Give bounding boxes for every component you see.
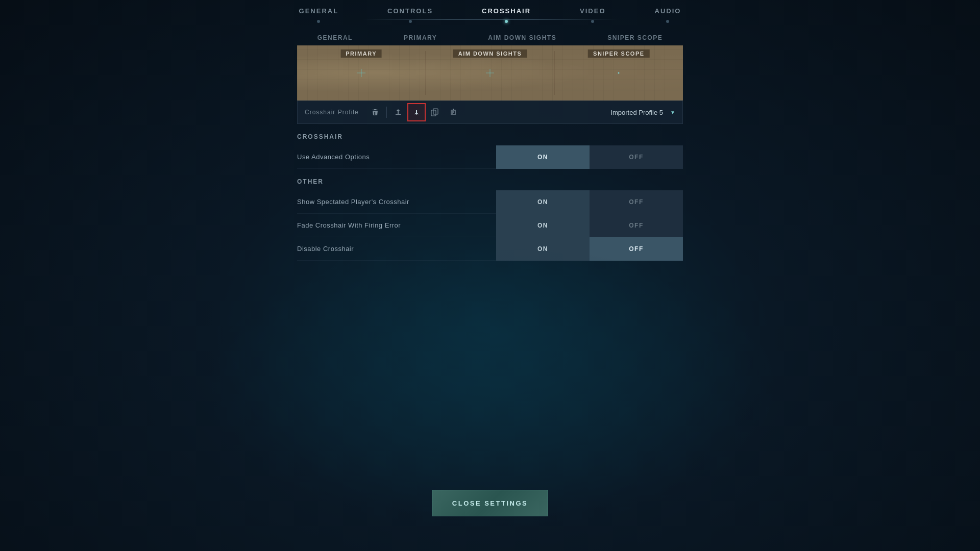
preview-aim-down: AIM DOWN SIGHTS bbox=[426, 45, 554, 101]
subnav-primary[interactable]: PRIMARY bbox=[378, 30, 462, 45]
profile-label: Crosshair Profile bbox=[305, 109, 366, 116]
toggle-spectated: On Off bbox=[496, 190, 683, 214]
subnav-sniper-scope[interactable]: SNIPER SCOPE bbox=[582, 30, 688, 45]
toggle-spectated-off[interactable]: Off bbox=[590, 190, 683, 214]
crosshair-preview: PRIMARY AIM DOWN SIGHTS SNIPER SCOPE bbox=[297, 45, 683, 101]
subnav-general[interactable]: GENERAL bbox=[292, 30, 378, 45]
setting-row-disable-crosshair: Disable Crosshair On Off bbox=[297, 237, 683, 261]
toggle-disable-crosshair: On Off bbox=[496, 237, 683, 261]
close-settings-button[interactable]: CLOSE SETTINGS bbox=[432, 490, 548, 516]
setting-row-spectated: Show Spectated Player's Crosshair On Off bbox=[297, 190, 683, 214]
preview-primary: PRIMARY bbox=[297, 45, 425, 101]
subnav-aim-down-sights[interactable]: AIM DOWN SIGHTS bbox=[462, 30, 582, 45]
section-crosshair-header: CROSSHAIR bbox=[297, 124, 683, 145]
nav-item-audio[interactable]: AUDIO bbox=[630, 7, 706, 23]
nav-item-video[interactable]: VIDEO bbox=[555, 7, 630, 23]
toggle-use-advanced: On Off bbox=[496, 145, 683, 169]
nav-dot-controls bbox=[409, 20, 412, 23]
settings-container: Crosshair Profile bbox=[297, 101, 683, 261]
nav-dot-general bbox=[317, 20, 320, 23]
toggle-use-advanced-off[interactable]: Off bbox=[590, 145, 683, 169]
toggle-fade-crosshair: On Off bbox=[496, 214, 683, 237]
profile-divider bbox=[386, 107, 387, 118]
toggle-disable-crosshair-off[interactable]: Off bbox=[590, 237, 683, 261]
paste-profile-button[interactable] bbox=[444, 103, 462, 121]
toggle-use-advanced-on[interactable]: On bbox=[496, 145, 590, 169]
section-other-header: OTHER bbox=[297, 169, 683, 190]
toggle-fade-crosshair-off[interactable]: Off bbox=[590, 214, 683, 237]
import-profile-button[interactable] bbox=[407, 103, 426, 121]
delete-profile-button[interactable] bbox=[366, 103, 384, 121]
setting-label-spectated: Show Spectated Player's Crosshair bbox=[297, 198, 496, 206]
setting-row-fade-crosshair: Fade Crosshair With Firing Error On Off bbox=[297, 214, 683, 237]
setting-row-use-advanced: Use Advanced Options On Off bbox=[297, 145, 683, 169]
toggle-spectated-on[interactable]: On bbox=[496, 190, 590, 214]
preview-sniper: SNIPER SCOPE bbox=[555, 45, 683, 101]
setting-label-use-advanced: Use Advanced Options bbox=[297, 153, 496, 161]
crosshair-sniper bbox=[618, 72, 620, 74]
nav-dot-audio bbox=[666, 20, 669, 23]
toggle-disable-crosshair-on[interactable]: On bbox=[496, 237, 590, 261]
profile-select[interactable]: Imported Profile 1 Imported Profile 2 Im… bbox=[573, 109, 675, 116]
profile-bar: Crosshair Profile bbox=[297, 101, 683, 124]
nav-item-crosshair[interactable]: CROSSHAIR bbox=[457, 7, 555, 23]
profile-icons bbox=[366, 103, 462, 121]
crosshair-aim-down bbox=[486, 69, 494, 77]
export-profile-button[interactable] bbox=[389, 103, 407, 121]
copy-profile-button[interactable] bbox=[426, 103, 444, 121]
nav-item-general[interactable]: GENERAL bbox=[275, 7, 363, 23]
nav-dot-crosshair bbox=[505, 20, 508, 23]
sub-navigation: GENERAL PRIMARY AIM DOWN SIGHTS SNIPER S… bbox=[0, 30, 980, 45]
setting-label-disable-crosshair: Disable Crosshair bbox=[297, 245, 496, 253]
nav-item-controls[interactable]: CONTROLS bbox=[363, 7, 457, 23]
crosshair-primary bbox=[357, 69, 365, 77]
toggle-fade-crosshair-on[interactable]: On bbox=[496, 214, 590, 237]
setting-label-fade-crosshair: Fade Crosshair With Firing Error bbox=[297, 221, 496, 229]
profile-select-wrapper: Imported Profile 1 Imported Profile 2 Im… bbox=[462, 109, 675, 116]
nav-dot-video bbox=[591, 20, 594, 23]
main-navigation: GENERAL CONTROLS CROSSHAIR VIDEO AUDIO bbox=[0, 0, 980, 23]
